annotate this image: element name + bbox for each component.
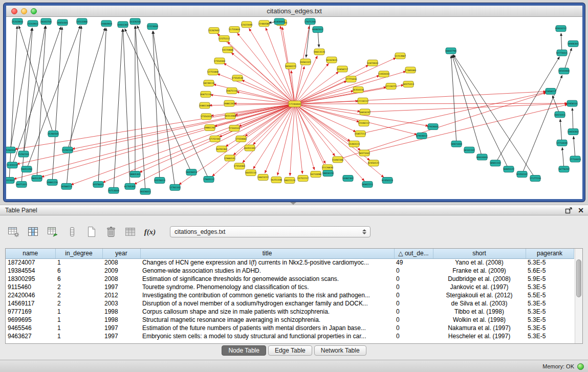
- graph-node[interactable]: 10576013: [154, 177, 166, 183]
- graph-node[interactable]: 18573342: [359, 150, 371, 156]
- graph-node[interactable]: 67919001: [427, 124, 439, 130]
- select-columns-icon[interactable]: [27, 225, 40, 238]
- graph-node[interactable]: 16055110: [245, 170, 257, 176]
- graph-node[interactable]: 16942211: [362, 181, 374, 187]
- graph-edge[interactable]: [71, 104, 295, 185]
- column-header-3[interactable]: title: [140, 249, 394, 258]
- graph-node[interactable]: 19561322: [300, 59, 312, 65]
- graph-edge[interactable]: [295, 104, 335, 156]
- graph-node[interactable]: 16043700: [40, 18, 52, 25]
- graph-node[interactable]: 94462011: [312, 27, 324, 33]
- graph-node[interactable]: 14513300: [76, 18, 88, 25]
- graph-node[interactable]: 18239119: [203, 80, 215, 86]
- table-cell[interactable]: 18724007: [6, 258, 55, 267]
- table-cell[interactable]: 5.3E-5: [526, 332, 574, 340]
- table-cell[interactable]: Estimation of significance thresholds fo…: [140, 275, 394, 283]
- graph-node[interactable]: 10401302: [117, 21, 129, 28]
- table-cell[interactable]: 19384554: [6, 267, 55, 275]
- graph-node[interactable]: 16026013: [186, 169, 198, 176]
- graph-node[interactable]: 15752217: [297, 176, 309, 182]
- table-row[interactable]: 977716911998Corpus callosum shape and si…: [6, 308, 574, 316]
- graph-edge[interactable]: [277, 104, 295, 176]
- graph-node[interactable]: 16642794: [445, 48, 457, 54]
- table-cell[interactable]: 0: [394, 324, 433, 332]
- graph-edge[interactable]: [560, 119, 562, 143]
- graph-edge[interactable]: [234, 103, 295, 104]
- graph-node[interactable]: 22460584: [258, 20, 270, 27]
- graph-edge[interactable]: [495, 57, 559, 163]
- graph-edge[interactable]: [453, 55, 535, 179]
- graph-edge[interactable]: [14, 104, 295, 179]
- graph-edge[interactable]: [295, 65, 368, 104]
- table-cell[interactable]: Franke et al. (2009): [433, 267, 526, 275]
- scrollbar-thumb[interactable]: [576, 259, 581, 297]
- graph-node[interactable]: 94614003: [476, 154, 488, 160]
- table-cell[interactable]: 2: [55, 299, 102, 308]
- table-cell[interactable]: de Silva et al. (2003): [433, 299, 526, 308]
- graph-edge[interactable]: [224, 63, 295, 104]
- graph-node[interactable]: 81830042: [274, 18, 286, 25]
- column-header-6[interactable]: pagerank: [526, 249, 574, 258]
- graph-edge[interactable]: [228, 42, 295, 104]
- table-settings-icon[interactable]: [7, 225, 20, 238]
- graph-node[interactable]: 11320120: [7, 162, 18, 168]
- graph-node[interactable]: 18022124: [284, 177, 296, 183]
- graph-edge[interactable]: [562, 147, 564, 169]
- table-cell[interactable]: 2012: [102, 291, 140, 299]
- graph-node[interactable]: 92450122: [368, 160, 380, 166]
- graph-node[interactable]: 59051350: [21, 166, 33, 172]
- table-cell[interactable]: 9115460: [6, 283, 55, 291]
- graph-edge[interactable]: [41, 104, 295, 177]
- graph-node[interactable]: 12022049: [241, 21, 253, 28]
- table-cell[interactable]: 5.3E-5: [526, 283, 574, 291]
- graph-node[interactable]: 17710023: [570, 156, 581, 162]
- graph-edge[interactable]: [123, 29, 130, 187]
- function-builder-icon[interactable]: f(x): [143, 225, 157, 238]
- graph-node[interactable]: 10891220: [47, 179, 58, 185]
- graph-node[interactable]: 17771616: [345, 76, 357, 82]
- graph-edge[interactable]: [52, 27, 62, 183]
- table-cell[interactable]: 5.6E-5: [526, 267, 574, 275]
- graph-node[interactable]: 17177210: [530, 176, 541, 182]
- graph-node[interactable]: 15292209: [62, 147, 74, 153]
- graph-node[interactable]: 30671116: [200, 91, 212, 97]
- graph-node[interactable]: 10576011: [93, 181, 104, 187]
- table-cell[interactable]: 2: [55, 291, 102, 299]
- graph-node[interactable]: 10329200: [129, 18, 141, 25]
- graph-node[interactable]: 16351342: [244, 145, 256, 151]
- graph-node[interactable]: 17605112: [203, 177, 215, 183]
- graph-node[interactable]: 12116221: [385, 83, 397, 90]
- table-cell[interactable]: 5.3E-5: [526, 324, 574, 332]
- graph-node[interactable]: 16946301: [568, 40, 579, 47]
- table-cell[interactable]: 1997: [102, 324, 140, 332]
- graph-edge[interactable]: [236, 92, 295, 104]
- graph-edge[interactable]: [12, 27, 61, 165]
- graph-node[interactable]: 12660141: [224, 155, 236, 161]
- column-header-2[interactable]: year: [102, 249, 140, 258]
- table-cell[interactable]: Structural magnetic resonance image aver…: [140, 316, 394, 324]
- table-cell[interactable]: 1998: [102, 316, 140, 324]
- graph-edge[interactable]: [10, 28, 32, 150]
- table-cell[interactable]: 18300295: [6, 275, 55, 283]
- graph-edge[interactable]: [136, 26, 145, 191]
- table-cell[interactable]: 5.3E-5: [526, 299, 574, 308]
- table-cell[interactable]: 5.5E-5: [526, 291, 574, 299]
- memory-status-indicator[interactable]: [577, 363, 584, 370]
- graph-node[interactable]: 18941102: [490, 160, 502, 166]
- graph-node[interactable]: 15857213: [355, 131, 366, 137]
- table-row[interactable]: 2242004622012Investigating the contribut…: [6, 291, 574, 299]
- graph-node[interactable]: 15493123: [349, 141, 360, 147]
- table-cell[interactable]: 2: [55, 283, 102, 291]
- graph-node[interactable]: 16776202: [558, 166, 570, 172]
- table-cell[interactable]: 5.3E-5: [526, 316, 574, 324]
- table-cell[interactable]: Disruption of a novel member of a sodium…: [140, 299, 394, 308]
- table-cell[interactable]: 0: [394, 299, 433, 308]
- table-cell[interactable]: Embryonic stem cells: a model to study s…: [140, 332, 394, 340]
- graph-node[interactable]: 25260504: [6, 147, 16, 153]
- graph-node[interactable]: 92774411: [556, 50, 568, 56]
- graph-node[interactable]: 22223004: [147, 24, 159, 30]
- table-cell[interactable]: Stergiakouli et al. (2012): [433, 291, 526, 299]
- graph-node[interactable]: 18805301: [129, 171, 141, 178]
- graph-node[interactable]: 92450123: [382, 177, 394, 183]
- graph-edge[interactable]: [295, 104, 326, 169]
